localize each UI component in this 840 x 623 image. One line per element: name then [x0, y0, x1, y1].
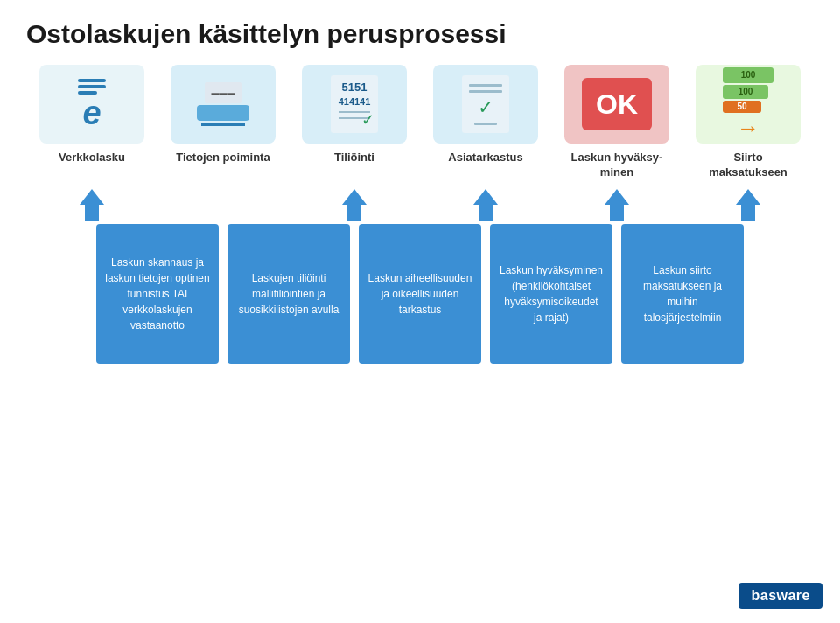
arrows-row	[0, 189, 840, 220]
arrow-1	[31, 189, 153, 220]
tilioiniti-icon: 5151 414141 ✓	[331, 75, 378, 133]
siirto-icon: 100 100 50 →	[723, 67, 774, 142]
bottom-card-tilioiniti-text: Laskujen tiliöinti mallitiliöintien ja s…	[236, 270, 341, 318]
basware-logo-text: basware	[751, 588, 810, 604]
bottom-card-aiheellisuus: Laskun aiheellisuuden ja oikeellisuuden …	[359, 224, 481, 364]
steps-row: e Verkkolasku ▬▬▬ Tietojen poiminta 5151…	[0, 65, 840, 180]
bottom-card-aiheellisuus-text: Laskun aiheellisuuden ja oikeellisuuden …	[368, 270, 472, 318]
scanner-icon: ▬▬▬	[197, 82, 249, 126]
page-title: Ostolaskujen käsittelyn perusprosessi	[0, 0, 840, 65]
asiatarkastus-label: Asiatarkastus	[448, 150, 522, 165]
arrow-3	[293, 189, 416, 220]
tilioiniti-icon-box: 5151 414141 ✓	[302, 65, 407, 144]
bottom-card-tilioiniti: Laskujen tiliöinti mallitiliöintien ja s…	[228, 224, 350, 364]
ok-icon: OK	[582, 78, 652, 130]
arrow-4	[424, 189, 547, 220]
step-laskun-hyvaksyminen: OK Laskun hyväksy-minen	[556, 65, 678, 180]
bottom-card-skannaus: Laskun skannaus ja laskun tietojen optin…	[96, 224, 219, 364]
asiatarkastus-icon: ✓	[462, 75, 509, 133]
bottom-card-skannaus-text: Laskun skannaus ja laskun tietojen optin…	[105, 255, 210, 333]
ok-icon-box: OK	[564, 65, 669, 144]
step-siirto-maksatukseen: 100 100 50 → Siirtomaksatukseen	[687, 65, 809, 180]
siirto-icon-box: 100 100 50 →	[696, 65, 801, 144]
scanner-icon-box: ▬▬▬	[171, 65, 276, 144]
arrow-6	[687, 189, 809, 220]
verkkolasku-label: Verkkolasku	[59, 150, 125, 165]
bottom-cards-row: Laskun skannaus ja laskun tietojen optin…	[0, 224, 840, 364]
arrow-5	[556, 189, 678, 220]
arrow-2	[162, 189, 284, 220]
bottom-card-hyvaksyminen-text: Laskun hyväksyminen (henkilökohtaiset hy…	[499, 262, 604, 326]
verkkolasku-icon-box: e	[39, 65, 144, 144]
siirto-maksatukseen-label: Siirtomaksatukseen	[709, 150, 788, 180]
step-verkkolasku: e Verkkolasku	[31, 65, 153, 180]
bottom-card-hyvaksyminen: Laskun hyväksyminen (henkilökohtaiset hy…	[490, 224, 612, 364]
tilioiniti-label: Tiliöinti	[334, 150, 374, 165]
tietojen-poiminta-label: Tietojen poiminta	[176, 150, 270, 165]
bottom-card-siirto-text: Laskun siirto maksatukseen ja muihin tal…	[630, 262, 735, 326]
asiatarkastus-icon-box: ✓	[433, 65, 538, 144]
step-asiatarkastus: ✓ Asiatarkastus	[424, 65, 547, 180]
verkkolasku-icon: e	[78, 79, 106, 130]
basware-logo: basware	[738, 583, 822, 609]
bottom-card-siirto: Laskun siirto maksatukseen ja muihin tal…	[621, 224, 744, 364]
step-tietojen-poiminta: ▬▬▬ Tietojen poiminta	[162, 65, 284, 180]
laskun-hyvaksyminen-label: Laskun hyväksy-minen	[571, 150, 663, 180]
step-tilioiniti: 5151 414141 ✓ Tiliöinti	[293, 65, 416, 180]
